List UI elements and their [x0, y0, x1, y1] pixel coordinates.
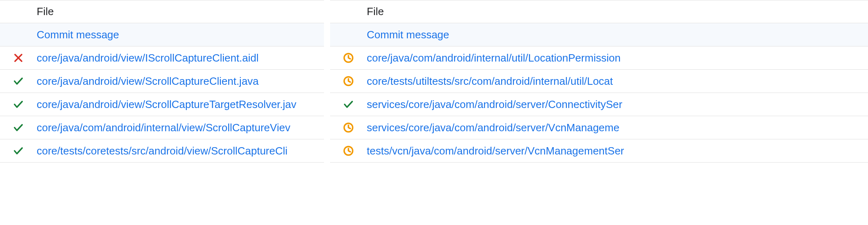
commit-message-row[interactable]: Commit message: [0, 23, 324, 46]
check-icon: [0, 99, 37, 110]
panel-gap: [324, 0, 330, 225]
file-column-header: File: [37, 5, 324, 18]
column-header-row: File: [0, 0, 324, 23]
file-column-header: File: [367, 5, 868, 18]
file-row[interactable]: core/tests/coretests/src/android/view/Sc…: [0, 139, 324, 163]
file-row[interactable]: core/java/com/android/internal/view/Scro…: [0, 116, 324, 139]
file-path-link[interactable]: core/tests/utiltests/src/com/android/int…: [367, 75, 613, 87]
column-header-row: File: [330, 0, 868, 23]
commit-message-row[interactable]: Commit message: [330, 23, 868, 46]
file-row[interactable]: services/core/java/com/android/server/Co…: [330, 93, 868, 116]
file-path-link[interactable]: core/java/android/view/IScrollCaptureCli…: [37, 52, 259, 64]
file-row[interactable]: services/core/java/com/android/server/Vc…: [330, 116, 868, 139]
commit-message-link[interactable]: Commit message: [37, 29, 119, 41]
clock-icon: [330, 122, 367, 133]
file-panel-right: FileCommit messagecore/java/com/android/…: [330, 0, 868, 225]
clock-icon: [330, 75, 367, 87]
check-icon: [0, 122, 37, 133]
file-path-link[interactable]: core/java/android/view/ScrollCaptureTarg…: [37, 98, 296, 110]
clock-icon: [330, 52, 367, 64]
file-panel-left: FileCommit messagecore/java/android/view…: [0, 0, 324, 225]
commit-message-link[interactable]: Commit message: [367, 29, 449, 41]
file-path-link[interactable]: core/java/com/android/internal/view/Scro…: [37, 121, 290, 134]
file-row[interactable]: core/java/android/view/ScrollCaptureClie…: [0, 70, 324, 93]
file-row[interactable]: core/java/com/android/internal/util/Loca…: [330, 46, 868, 70]
check-icon: [0, 75, 37, 87]
file-path-link[interactable]: core/java/android/view/ScrollCaptureClie…: [37, 75, 259, 87]
file-row[interactable]: core/java/android/view/ScrollCaptureTarg…: [0, 93, 324, 116]
file-path-link[interactable]: services/core/java/com/android/server/Co…: [367, 98, 622, 110]
file-row[interactable]: core/java/android/view/IScrollCaptureCli…: [0, 46, 324, 70]
file-row[interactable]: tests/vcn/java/com/android/server/VcnMan…: [330, 139, 868, 163]
check-icon: [0, 145, 37, 157]
file-path-link[interactable]: services/core/java/com/android/server/Vc…: [367, 121, 619, 134]
clock-icon: [330, 145, 367, 157]
file-row[interactable]: core/tests/utiltests/src/com/android/int…: [330, 70, 868, 93]
file-path-link[interactable]: tests/vcn/java/com/android/server/VcnMan…: [367, 145, 624, 157]
file-path-link[interactable]: core/java/com/android/internal/util/Loca…: [367, 52, 621, 64]
file-path-link[interactable]: core/tests/coretests/src/android/view/Sc…: [37, 145, 288, 157]
check-icon: [330, 99, 367, 110]
x-icon: [0, 52, 37, 64]
